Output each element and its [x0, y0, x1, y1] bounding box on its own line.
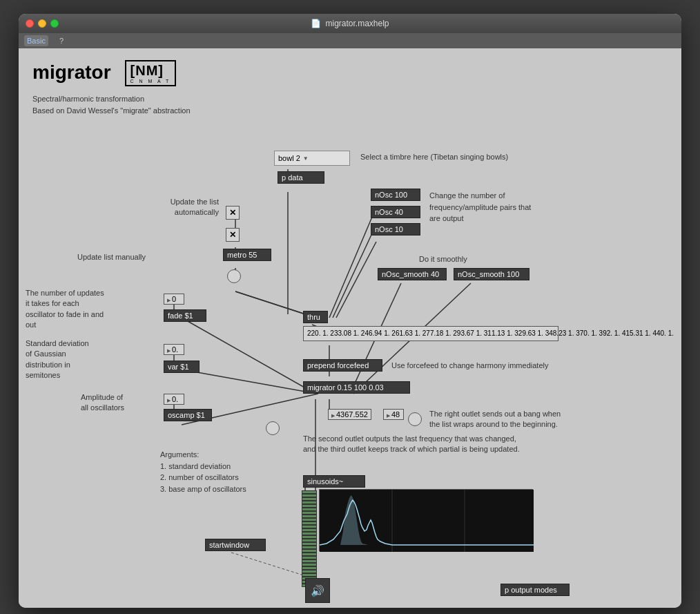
- partial-numbox: 48: [383, 409, 404, 420]
- traffic-lights: [26, 19, 59, 28]
- svg-line-2: [329, 207, 376, 318]
- fade-obj: fade $1: [164, 309, 206, 322]
- maximize-button[interactable]: [50, 19, 59, 28]
- std-dev-numbox[interactable]: 0.: [164, 344, 184, 355]
- outlet-comment2: The second outlet outputs the last frequ…: [303, 434, 600, 455]
- bang-btn-2[interactable]: [266, 421, 280, 435]
- app-title: migrator: [32, 61, 111, 84]
- manual-toggle[interactable]: ✕: [226, 228, 240, 242]
- args-label: Arguments:1. standard deviation2. number…: [160, 449, 246, 495]
- metro-obj: metro 55: [223, 249, 271, 261]
- speaker-button[interactable]: 🔊: [305, 578, 330, 603]
- timbre-label: Select a timbre here (Tibetan singing bo…: [360, 152, 508, 162]
- std-dev-label: Standard deviationof Gaussiandistributio…: [26, 338, 160, 381]
- p-output-modes[interactable]: p output modes: [500, 584, 570, 596]
- p-data-obj: p data: [278, 171, 324, 184]
- waveform-display: [319, 489, 533, 551]
- header: migrator [NM] C N M A T: [32, 59, 668, 86]
- bang-output[interactable]: [408, 412, 422, 426]
- svg-line-20: [182, 318, 315, 394]
- smooth-label: Do it smoothly: [419, 254, 467, 265]
- data-output-display: 220. 1. 233.08 1. 246.94 1. 261.63 1. 27…: [303, 326, 558, 341]
- svg-line-3: [333, 224, 376, 318]
- migrator-obj: migrator 0.15 100 0.03: [303, 381, 410, 394]
- thru-obj: thru: [303, 311, 328, 323]
- logo-sub: C N M A T: [130, 79, 171, 84]
- bang-btn[interactable]: [227, 269, 241, 283]
- close-button[interactable]: [26, 19, 34, 28]
- speaker-icon: 🔊: [311, 584, 324, 597]
- num-updates-numbox[interactable]: 0: [164, 294, 184, 305]
- nosc-40-obj[interactable]: nOsc 40: [371, 206, 420, 218]
- svg-line-14: [235, 291, 306, 314]
- subtitle2: Based on David Wessel's "migrate" abstra…: [32, 105, 668, 117]
- svg-line-21: [182, 370, 317, 394]
- startwindow-obj[interactable]: startwindow: [205, 539, 266, 551]
- forcefeed-label: Use forcefeed to change harmony immediat…: [391, 361, 548, 371]
- outlet-comment1: The right outlet sends out a bang whenth…: [429, 409, 609, 430]
- update-auto-toggle[interactable]: ✕: [226, 206, 240, 220]
- window-title: 📄 migrator.maxhelp: [311, 19, 389, 28]
- update-auto-label: Update the listautomatically: [136, 197, 219, 218]
- nosc-100-obj[interactable]: nOsc 100: [371, 189, 420, 201]
- nosc-smooth-40-obj[interactable]: nOsc_smooth 40: [378, 268, 447, 280]
- nosc-comment: Change the number offrequency/amplitude …: [429, 190, 531, 224]
- amp-numbox[interactable]: 0.: [164, 394, 184, 405]
- freq-numbox: 4367.552: [328, 409, 371, 420]
- svg-line-4: [336, 242, 376, 318]
- menubar: Basic ?: [19, 33, 681, 48]
- logo-box: [NM] C N M A T: [125, 60, 177, 86]
- title-icon: 📄: [311, 19, 321, 28]
- nosc-10-obj[interactable]: nOsc 10: [371, 223, 420, 236]
- prepend-obj: prepend forcefeed: [303, 359, 382, 372]
- menu-help[interactable]: ?: [57, 35, 66, 46]
- sinusoids-obj: sinusoids~: [303, 475, 365, 488]
- update-manual-label: Update list manually: [77, 252, 146, 262]
- content-area: migrator [NM] C N M A T Spectral/harmoni…: [19, 48, 681, 608]
- num-updates-label: The number of updatesit takes for eachos…: [26, 288, 157, 331]
- amp-label: Amplitude ofall oscillators: [81, 392, 124, 414]
- svg-line-13: [235, 291, 305, 314]
- waveform-svg: [320, 490, 534, 552]
- oscamp-obj: oscamp $1: [164, 409, 212, 421]
- timbre-dropdown[interactable]: bowl 2 ▼: [274, 151, 350, 166]
- level-meter: [302, 490, 317, 587]
- var-obj: var $1: [164, 361, 200, 373]
- logo-text: [NM]: [130, 63, 171, 79]
- subtitle-block: Spectral/harmonic transformation Based o…: [32, 93, 668, 116]
- minimize-button[interactable]: [38, 19, 46, 28]
- titlebar: 📄 migrator.maxhelp: [19, 14, 681, 33]
- menu-basic[interactable]: Basic: [24, 35, 48, 46]
- main-window: 📄 migrator.maxhelp Basic ? migrator [NM]…: [19, 14, 681, 608]
- nosc-smooth-100-obj[interactable]: nOsc_smooth 100: [454, 268, 529, 280]
- dropdown-arrow: ▼: [303, 155, 309, 162]
- subtitle1: Spectral/harmonic transformation: [32, 93, 668, 105]
